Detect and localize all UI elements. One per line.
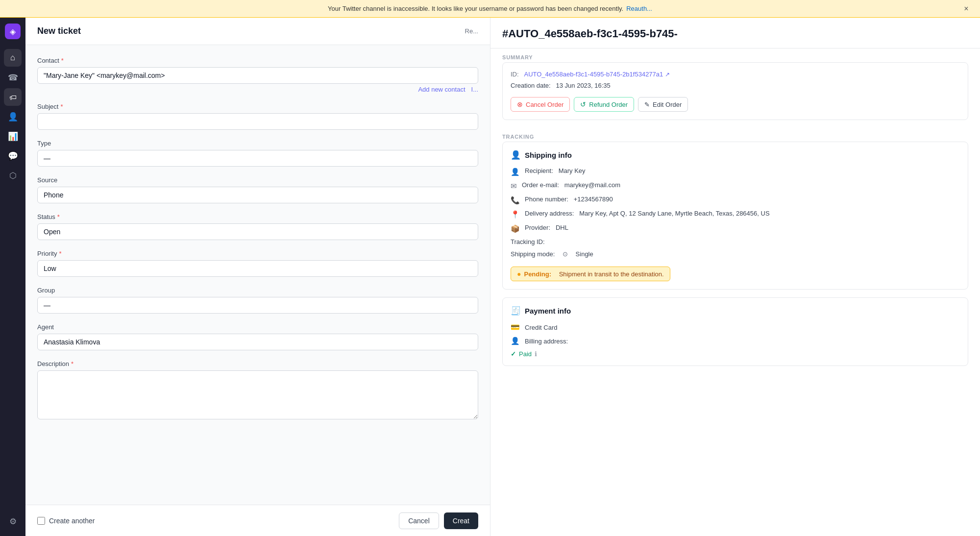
phone-label: Phone number: — [525, 195, 568, 203]
priority-label: Priority * — [37, 250, 478, 257]
person-icon: 👤 — [511, 168, 520, 176]
provider-row: 📦 Provider: DHL — [511, 224, 960, 233]
group-label: Group — [37, 287, 478, 294]
sidebar-item-segments[interactable]: ⬡ — [4, 167, 22, 184]
tracking-card: 👤 Shipping info 👤 Recipient: Mary Key ✉ … — [502, 142, 968, 290]
subject-label: Subject * — [37, 103, 478, 110]
address-text: Delivery address: Mary Key, Apt Q, 12 Sa… — [525, 210, 770, 217]
type-input[interactable] — [37, 150, 478, 167]
sidebar-item-contacts[interactable]: ☎ — [4, 69, 22, 86]
right-panel: #AUTO_4e558aeb-f3c1-4595-b745- SUMMARY I… — [490, 18, 980, 536]
paid-checkmark-icon: ✓ — [511, 350, 516, 358]
add-new-contact-link[interactable]: Add new contact — [418, 86, 465, 93]
type-label: Type — [37, 140, 478, 147]
billing-row: 👤 Billing address: — [511, 337, 960, 345]
notification-link[interactable]: Reauth... — [626, 5, 652, 12]
pending-dot-icon: ● — [517, 270, 521, 278]
email-label: Order e-mail: — [522, 181, 559, 189]
subject-group: Subject * — [37, 103, 478, 130]
import-link[interactable]: I... — [471, 86, 478, 93]
notification-message: Your Twitter channel is inaccessible. It… — [328, 5, 623, 12]
description-label: Description * — [37, 360, 478, 367]
creation-date-value: 13 Jun 2023, 16:35 — [556, 82, 611, 89]
shipping-mode-row: Shipping mode: ⊙ Single — [511, 250, 960, 258]
shipping-info-title: Shipping info — [525, 151, 572, 159]
contact-input[interactable] — [37, 67, 478, 84]
payment-header: 🧾 Payment info — [511, 306, 960, 316]
cancel-order-icon: ⊗ — [517, 100, 523, 108]
agent-group: Agent — [37, 323, 478, 350]
email-text: Order e-mail: marykey@mail.com — [522, 181, 620, 189]
source-input[interactable] — [37, 187, 478, 203]
creation-label: Creation date: — [511, 82, 551, 89]
summary-section-label: SUMMARY — [490, 49, 980, 62]
tracking-id-text: Tracking ID: — [511, 238, 548, 245]
sidebar-item-conversations[interactable]: 💬 — [4, 147, 22, 165]
panel-title: #AUTO_4e558aeb-f3c1-4595-b745- — [490, 18, 980, 49]
settings-icon: ⚙ — [9, 516, 17, 527]
header-actions: Re... — [465, 27, 478, 35]
create-button[interactable]: Creat — [444, 512, 478, 529]
tracking-section: TRACKING — [490, 128, 980, 142]
home-icon: ⌂ — [10, 53, 15, 63]
sidebar-item-tickets[interactable]: 🏷 — [4, 88, 22, 106]
sidebar-item-reports[interactable]: 📊 — [4, 127, 22, 145]
shipping-mode-label-text: Shipping mode: — [511, 250, 555, 258]
type-group: Type — [37, 140, 478, 167]
tracking-id-row: Tracking ID: — [511, 238, 960, 245]
users-icon: 👤 — [8, 112, 18, 122]
external-link-icon: ↗ — [665, 71, 670, 78]
group-input[interactable] — [37, 297, 478, 314]
sidebar-item-settings[interactable]: ⚙ — [4, 512, 22, 530]
address-icon: 📍 — [511, 210, 520, 219]
provider-label: Provider: — [525, 224, 550, 231]
tracking-id-label: Tracking ID: — [511, 238, 545, 245]
recipient-value: Mary Key — [559, 167, 586, 174]
recipient-row: 👤 Recipient: Mary Key — [511, 167, 960, 176]
sidebar-item-users[interactable]: 👤 — [4, 108, 22, 125]
contact-label: Contact * — [37, 57, 478, 64]
pending-message: Shipment in transit to the destination. — [559, 270, 664, 278]
sidebar-logo[interactable]: ◈ — [5, 24, 21, 39]
reports-icon: 📊 — [8, 131, 18, 142]
header-right-text: Re... — [465, 27, 478, 35]
cancel-order-button[interactable]: ⊗ Cancel Order — [511, 97, 570, 112]
refund-icon: ↺ — [580, 100, 586, 108]
priority-group: Priority * — [37, 250, 478, 277]
address-label: Delivery address: — [525, 210, 574, 217]
paid-row: ✓ Paid ℹ — [511, 350, 960, 358]
status-input[interactable] — [37, 223, 478, 240]
shipping-info-icon: 👤 — [511, 150, 521, 160]
contacts-icon: ☎ — [8, 73, 18, 83]
notification-close-button[interactable]: × — [960, 3, 972, 15]
id-label: ID: — [511, 71, 519, 78]
create-another-row: Create another — [37, 517, 95, 525]
edit-order-button[interactable]: ✎ Edit Order — [638, 97, 688, 112]
phone-text: Phone number: +1234567890 — [525, 195, 613, 203]
source-group: Source — [37, 176, 478, 203]
refund-order-button[interactable]: ↺ Refund Order — [574, 97, 634, 112]
credit-card-row: 💳 Credit Card — [511, 323, 960, 332]
provider-text: Provider: DHL — [525, 224, 568, 231]
refund-order-label: Refund Order — [589, 101, 628, 108]
address-row: 📍 Delivery address: Mary Key, Apt Q, 12 … — [511, 210, 960, 219]
phone-row: 📞 Phone number: +1234567890 — [511, 195, 960, 205]
tracking-header: 👤 Shipping info — [511, 150, 960, 160]
sidebar-item-home[interactable]: ⌂ — [4, 49, 22, 67]
description-input[interactable] — [37, 370, 478, 419]
conversations-icon: 💬 — [8, 151, 18, 161]
priority-input[interactable] — [37, 260, 478, 277]
edit-order-label: Edit Order — [653, 101, 682, 108]
order-id-link[interactable]: AUTO_4e558aeb-f3c1-4595-b745-2b1f534277a… — [524, 71, 670, 78]
contact-group: Contact * Add new contact I... — [37, 57, 478, 93]
subject-input[interactable] — [37, 113, 478, 130]
tracking-section-label: TRACKING — [502, 134, 968, 140]
main-header: New ticket Re... — [25, 18, 490, 45]
shipping-mode-value: Single — [576, 250, 593, 258]
segments-icon: ⬡ — [9, 171, 17, 181]
contact-actions: Add new contact I... — [37, 86, 478, 93]
cancel-button[interactable]: Cancel — [399, 512, 439, 529]
create-another-checkbox[interactable] — [37, 517, 45, 525]
create-another-label[interactable]: Create another — [49, 517, 95, 525]
agent-input[interactable] — [37, 334, 478, 350]
